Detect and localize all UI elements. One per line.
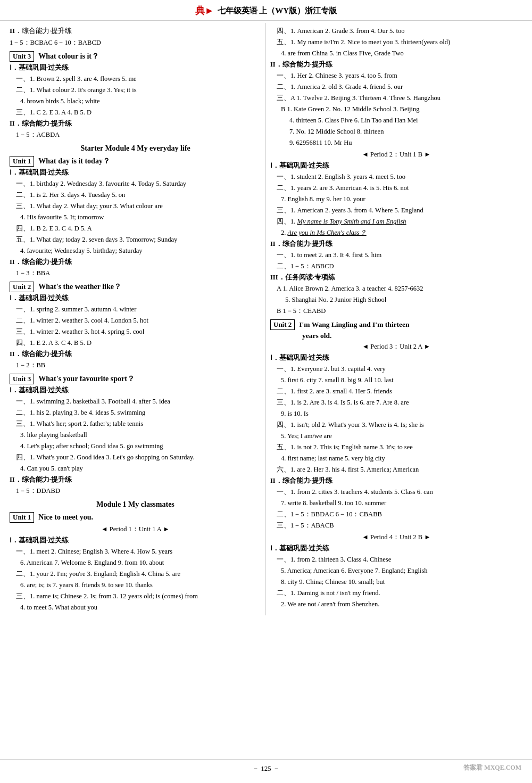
section-title: III．任务阅读·专项练: [270, 273, 522, 282]
section-title: II．综合能力·提升练: [10, 258, 261, 267]
answer-row: 三、A 1. Twelve 2. Beijing 3. Thirteen 4. …: [270, 93, 522, 103]
answer-row: 2. We are not / aren't from Shenzhen.: [270, 599, 522, 609]
answer-row: 二、1. America 2. old 3. Grade 4. friend 5…: [270, 81, 522, 92]
answer-row: 6. are; is; is 7. years 8. friends 9. to…: [10, 580, 261, 590]
answer-row: 一、1. birthday 2. Wednesday 3. favourite …: [10, 178, 261, 189]
unit-title-text: I'm Wang Lingling and I'm thirteen: [299, 320, 409, 329]
answer-row: 三、1. What's her; sport 2. father's; tabl…: [10, 418, 261, 429]
answer-row: 1－2：BB: [10, 360, 261, 370]
module4-header: Starter Module 4 My everyday life: [10, 144, 261, 153]
answer-row: 四、1. What's your 2. Good idea 3. Let's g…: [10, 452, 261, 463]
answer-row: 一、1. Her 2. Chinese 3. years 4. too 5. f…: [270, 70, 522, 81]
period3-title: ◄ Period 3：Unit 2 A ►: [270, 342, 522, 351]
answer-row: 2. Are you in Ms Chen's class？: [270, 227, 522, 238]
answer-row: 一、1. to meet 2. an 3. It 4. first 5. him: [270, 250, 522, 260]
answer-row: B 1. Kate Green 2. No. 12 Middle School …: [270, 104, 522, 114]
unit1-section1: Ⅰ．基础巩固·过关练 一、1. birthday 2. Wednesday 3.…: [10, 168, 261, 256]
answer-row: 三、1. American 2. years 3. from 4. Where …: [270, 205, 522, 216]
answer-row: 四、1. B 2. E 3. C 4. D 5. A: [10, 223, 261, 234]
right-intro: 四、1. American 2. Grade 3. from 4. Our 5.…: [270, 26, 522, 59]
answer-row: 5. first 6. city 7. small 8. big 9. All …: [270, 375, 522, 385]
period2-section2: II．综合能力·提升练 一、1. to meet 2. an 3. It 4. …: [270, 240, 522, 271]
section-title: Ⅰ．基础巩固·过关练: [10, 536, 261, 545]
unit1m1-header: Unit 1 Nice to meet you.: [10, 512, 261, 523]
unit3b-section2: II．综合能力·提升练 1－5：DDABD: [10, 475, 261, 496]
answer-row: B 1－5：CEABD: [270, 306, 522, 316]
unit-title-text: Nice to meet you.: [38, 513, 93, 522]
answer-row: 4. Can you 5. can't play: [10, 463, 261, 474]
answer-row: 三、1. is 2. Are 3. is 4. Is 5. is 6. are …: [270, 397, 522, 408]
answer-row: A 1. Alice Brown 2. America 3. a teacher…: [270, 283, 522, 294]
answer-row: 二、1. Daming is not / isn't my friend.: [270, 588, 522, 598]
answer-row: 四、1. isn't; old 2. What's your 3. Where …: [270, 419, 522, 430]
period2-title: ◄ Period 2：Unit 1 B ►: [270, 150, 522, 159]
answer-row: 二、1. first 2. are 3. small 4. Her 5. fri…: [270, 386, 522, 397]
unit-title-text: What day is it today？: [38, 156, 110, 166]
unit1m1-section1: Ⅰ．基础巩固·过关练 一、1. meet 2. Chinese; English…: [10, 536, 261, 613]
period3-section2: II．综合能力·提升练 一、1. from 2. cities 3. teach…: [270, 476, 522, 531]
answer-row: 二、1. your 2. I'm; you're 3. England; Eng…: [10, 568, 261, 579]
unit-label: Unit 1: [10, 512, 34, 523]
watermark: 答案君 MXQE.COM: [463, 763, 521, 772]
section-title: Ⅰ．基础巩固·过关练: [10, 63, 261, 72]
answer-row: 五、1. My name is/I'm 2. Nice to meet you …: [270, 37, 522, 47]
section-title: Ⅰ．基础巩固·过关练: [10, 168, 261, 177]
unit2m1-subtitle: years old.: [270, 332, 522, 340]
answer-row: 4. first name; last name 5. very big cit…: [270, 453, 522, 464]
page-number: － 125 －: [252, 764, 280, 772]
unit-label: Unit 3: [10, 51, 34, 62]
answer-row: 四、1. American 2. Grade 3. from 4. Our 5.…: [270, 26, 522, 36]
unit1-header: Unit 1 What day is it today？: [10, 156, 261, 167]
answer-row: 五、1. is not 2. This is; English name 3. …: [270, 442, 522, 452]
answer-row: 6. American 7. Welcome 8. England 9. fro…: [10, 557, 261, 568]
answer-row: 4. thirteen 5. Class Five 6. Lin Tao and…: [270, 115, 522, 126]
answer-row: 4. are from China 5. in Class Five, Grad…: [270, 48, 522, 59]
unit-label: Unit 3: [10, 374, 34, 384]
section-title: II．综合能力·提升练: [270, 476, 522, 485]
period2-section1: Ⅰ．基础巩固·过关练 一、1. student 2. English 3. ye…: [270, 161, 522, 238]
section-title: II．综合能力·提升练: [270, 240, 522, 249]
handwritten-answer: My name is Tony Smith and I am English: [297, 218, 406, 225]
answer-row: 三、1. C 2. E 3. A 4. B 5. D: [10, 107, 261, 118]
answer-row: 一、1. spring 2. summer 3. autumn 4. winte…: [10, 304, 261, 315]
answer-row: 三、1－5：ABACB: [270, 520, 522, 531]
section-label: II．综合能力·提升练: [10, 26, 261, 37]
answer-row: 二、1. his 2. playing 3. be 4. ideas 5. sw…: [10, 407, 261, 418]
answer-row: 1－3：BBA: [10, 268, 261, 278]
section-title: II．综合能力·提升练: [10, 350, 261, 359]
answer-row: 二、1. What colour 2. It's orange 3. Yes; …: [10, 85, 261, 95]
answer-row: 四、1. My name is Tony Smith and I am Engl…: [270, 216, 522, 227]
section-title: II．综合能力·提升练: [270, 60, 522, 69]
answer-row: 4. to meet 5. What about you: [10, 602, 261, 613]
unit1-section2: II．综合能力·提升练 1－3：BBA: [10, 258, 261, 278]
unit3b-header: Unit 3 What's your favourite sport？: [10, 374, 261, 384]
answer-row: 8. city 9. China; Chinese 10. small; but: [270, 576, 522, 587]
answer-row: 二、1. years 2. are 3. American 4. is 5. H…: [270, 183, 522, 193]
unit-title-text: What's your favourite sport？: [38, 374, 135, 384]
answer-row: 二、1. winter 2. weather 3. cool 4. London…: [10, 315, 261, 326]
unit-label: Unit 2: [10, 282, 34, 292]
answer-row: 一、1. meet 2. Chinese; English 3. Where 4…: [10, 546, 261, 557]
answer-row: 一、1. swimming 2. basketball 3. Football …: [10, 396, 261, 407]
answer-row: 9. is 10. Is: [270, 408, 522, 419]
period3-section1: Ⅰ．基础巩固·过关练 一、1. Everyone 2. but 3. capit…: [270, 353, 522, 475]
answer-row: 5. America; American 6. Everyone 7. Engl…: [270, 565, 522, 576]
section-title: Ⅰ．基础巩固·过关练: [270, 353, 522, 362]
section-title: Ⅰ．基础巩固·过关练: [270, 544, 522, 553]
section-title: Ⅰ．基础巩固·过关练: [10, 386, 261, 395]
answer-row: 二、1－5：ABBCD: [270, 261, 522, 271]
left-intro: II．综合能力·提升练 1－5：BCBAC 6－10：BABCD: [10, 26, 261, 48]
answer-row: 一、1. from 2. thirteen 3. Class 4. Chines…: [270, 554, 522, 565]
page-footer: － 125 －: [0, 759, 532, 778]
header-icon: 典►: [195, 4, 214, 17]
unit-title-text: What's the weather like？: [38, 282, 121, 292]
answer-row: 4. Let's play; after school; Good idea 5…: [10, 441, 261, 451]
answer-row: 三、1. name is; Chinese 2. Is; from 3. 12 …: [10, 591, 261, 601]
main-content: II．综合能力·提升练 1－5：BCBAC 6－10：BABCD Unit 3 …: [0, 21, 532, 617]
section-title: II．综合能力·提升练: [10, 475, 261, 484]
answer-row: 5. Shanghai No. 2 Junior High School: [270, 294, 522, 305]
unit3-header: Unit 3 What colour is it？: [10, 51, 261, 62]
answer-row: 1－5：BCBAC 6－10：BABCD: [10, 37, 261, 48]
unit3-section1: Ⅰ．基础巩固·过关练 一、1. Brown 2. spell 3. are 4.…: [10, 63, 261, 118]
period1-title: ◄ Period 1：Unit 1 A ►: [10, 525, 261, 534]
